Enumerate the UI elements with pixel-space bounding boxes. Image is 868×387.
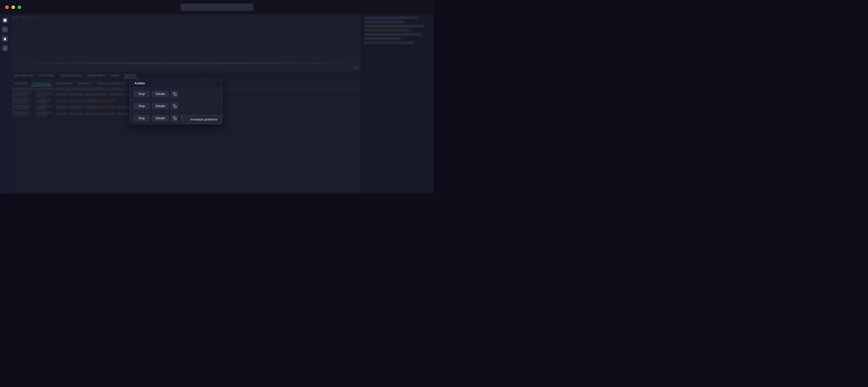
- sidebar-trash-icon[interactable]: 🗑: [2, 45, 8, 51]
- copy-button-2[interactable]: [171, 102, 179, 110]
- tab-position-history[interactable]: Position history: [86, 73, 107, 78]
- bot-tab-spot-grid[interactable]: Spot grid (7): [12, 81, 30, 86]
- url-bar[interactable]: [181, 4, 253, 11]
- dropdown-item-increase-positions[interactable]: Increase positions: [182, 115, 223, 124]
- bot-tab-futures-dca[interactable]: Futures DCA Portuguese (7): [95, 81, 129, 86]
- bot-tab-smart-arb[interactable]: Smart arbitrage: [54, 81, 74, 86]
- stop-button-1[interactable]: Stop: [133, 91, 150, 97]
- titlebar: [0, 0, 434, 14]
- sidebar-chart-icon[interactable]: 📈: [2, 17, 8, 23]
- close-button[interactable]: [5, 5, 9, 9]
- dropdown-item-adjust-margin[interactable]: Adjust margin: [182, 124, 223, 125]
- fullscreen-button[interactable]: [18, 5, 21, 9]
- details-button-3[interactable]: Details: [152, 115, 169, 121]
- svg-rect-0: [174, 94, 176, 96]
- action-header-label: Action: [134, 81, 145, 85]
- bot-tab-futures-grid[interactable]: Futures grid (84): [31, 81, 53, 86]
- tab-order-history[interactable]: Order history: [37, 73, 56, 78]
- tab-bots[interactable]: Bots (25): [123, 73, 138, 78]
- minimize-button[interactable]: [11, 5, 15, 9]
- action-row-3: Stop Details ··· Increase positions Adju…: [130, 112, 222, 124]
- right-panel-background: [362, 14, 434, 194]
- chart-area: auto 1D 5D 1M 3M 6M 1Y: [10, 14, 362, 71]
- sidebar-history-icon[interactable]: 📋: [2, 36, 8, 42]
- tab-open-positions[interactable]: Open positions (0): [58, 73, 83, 78]
- copy-button-1[interactable]: [171, 90, 179, 98]
- action-popup: Action Stop Details Stop Details: [129, 78, 223, 125]
- action-row-1: Stop Details: [130, 88, 222, 100]
- details-button-1[interactable]: Details: [152, 91, 169, 97]
- more-button-3[interactable]: ··· Increase positions Adjust margin: [181, 114, 188, 122]
- bot-tab-signal[interactable]: Signal bot (7): [75, 81, 94, 86]
- action-row-2: Stop Details: [130, 100, 222, 112]
- stop-button-3[interactable]: Stop: [133, 115, 150, 121]
- sidebar: 📈 ⚙ 📋 🗑: [0, 14, 10, 194]
- main-content: 📈 ⚙ 📋 🗑 auto 1D 5D 1M 3M 6M 1Y Open orde…: [0, 14, 434, 194]
- action-popup-header: Action: [130, 79, 222, 88]
- action-dropdown-menu: Increase positions Adjust margin: [182, 114, 223, 125]
- tab-assets[interactable]: Assets: [109, 73, 121, 78]
- sidebar-settings-icon[interactable]: ⚙: [2, 27, 8, 32]
- copy-button-3[interactable]: [171, 114, 179, 122]
- tab-open-orders[interactable]: Open orders (0): [12, 73, 35, 78]
- stop-button-2[interactable]: Stop: [133, 103, 150, 109]
- svg-rect-2: [174, 118, 176, 120]
- details-button-2[interactable]: Details: [152, 103, 169, 109]
- svg-rect-1: [174, 106, 176, 108]
